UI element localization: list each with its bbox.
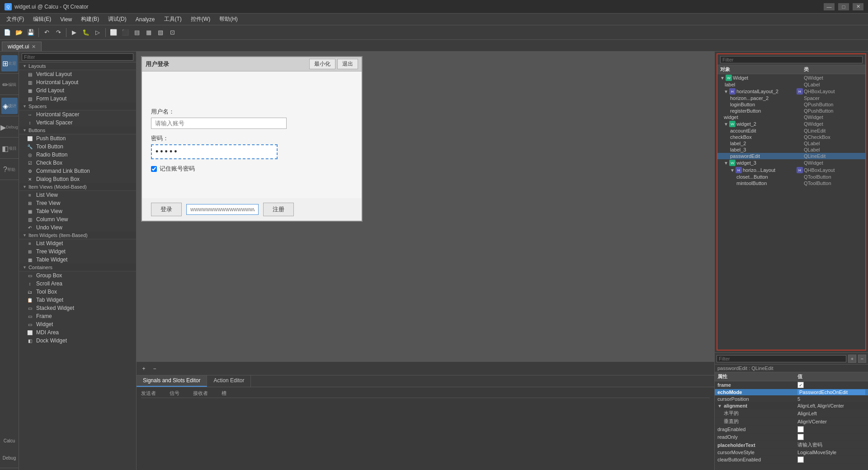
prop-row-cursor-style[interactable]: cursorMoveStyle LogicalMoveStyle [715, 449, 868, 456]
redo-btn[interactable]: ↷ [53, 27, 64, 38]
obj-row-hlayout2[interactable]: ▼ H horizontalLayout_2 H QHBoxLayout [717, 88, 865, 95]
remember-checkbox-input[interactable] [151, 166, 157, 172]
menu-view[interactable]: View [56, 15, 76, 24]
register-btn[interactable]: 注册 [263, 203, 294, 216]
item-tree-widget[interactable]: ⊞ Tree Widget [19, 247, 136, 256]
item-grid-layout[interactable]: ▦ Grid Layout [19, 86, 136, 95]
sidebar-debug[interactable]: ▶Debug [1, 119, 18, 135]
menu-edit[interactable]: 编辑(E) [28, 14, 56, 24]
obj-row-hlayout3[interactable]: ▼ H horizo...Layout H QHBoxLayout [717, 166, 865, 174]
layout-btn4[interactable]: ▦ [143, 27, 154, 38]
minimize-button[interactable]: — [824, 3, 835, 10]
item-list-widget[interactable]: ≡ List Widget [19, 239, 136, 247]
tab-widget-ui[interactable]: widget.ui ✕ [2, 42, 42, 51]
prop-remove-icon[interactable]: − [858, 355, 866, 363]
run-btn[interactable]: ▷ [92, 27, 103, 38]
debug-btn[interactable]: 🐛 [80, 27, 91, 38]
menu-controls[interactable]: 控件(W) [186, 14, 215, 24]
clear-btn-checkbox[interactable] [797, 456, 804, 463]
item-horizontal-layout[interactable]: ▥ Horizontal Layout [19, 78, 136, 86]
close-button[interactable]: ✕ [853, 3, 863, 10]
group-containers[interactable]: ▼ Containers [19, 264, 136, 271]
frame-checkbox[interactable] [797, 382, 804, 388]
item-list-view[interactable]: ≡ List View [19, 191, 136, 199]
prop-row-vert-align[interactable]: 垂直的 AlignVCenter [715, 418, 868, 426]
menu-debug[interactable]: 调试(D) [104, 14, 131, 24]
prop-row-frame[interactable]: frame [715, 381, 868, 389]
obj-row-password[interactable]: passwordEdit QLineEdit [717, 153, 865, 159]
layout-btn5[interactable]: ▧ [155, 27, 166, 38]
item-widget[interactable]: ▭ Widget [19, 320, 136, 328]
prop-row-placeholder[interactable]: placeholderText 请输入密码 [715, 441, 868, 449]
prop-row-echomode[interactable]: echoMode PasswordEchoOnEdit [715, 389, 868, 396]
sidebar-help[interactable]: ?帮助 [1, 161, 18, 178]
password-input[interactable] [151, 144, 278, 159]
canvas-area[interactable]: 用户登录 最小化 退出 用户名： 密码： [137, 52, 714, 361]
obj-row-account[interactable]: accountEdit QLineEdit [717, 128, 865, 134]
form-exit-btn[interactable]: 退出 [337, 59, 358, 69]
prop-filter-input[interactable] [717, 355, 846, 362]
remember-checkbox[interactable]: 记住账号密码 [151, 165, 353, 173]
item-vertical-layout[interactable]: ▤ Vertical Layout [19, 70, 136, 78]
obj-row-widget3[interactable]: ▼ W widget_3 QWidget [717, 159, 865, 166]
item-table-widget[interactable]: ▦ Table Widget [19, 256, 136, 264]
obj-row-checkbox[interactable]: checkBox QCheckBox [717, 134, 865, 140]
item-tool-box[interactable]: 🗂 Tool Box [19, 288, 136, 296]
new-btn[interactable]: 📄 [2, 27, 13, 38]
group-buttons[interactable]: ▼ Buttons [19, 127, 136, 134]
sidebar-welcome[interactable]: ⊞欢迎 [1, 55, 18, 71]
item-push-button[interactable]: ⬜ Push Button [19, 134, 136, 142]
item-frame[interactable]: ▭ Frame [19, 312, 136, 320]
group-item-widgets[interactable]: ▼ Item Widgets (Item-Based) [19, 232, 136, 239]
obj-row-widget[interactable]: ▼ W Widget QWidget [717, 74, 865, 81]
sidebar-project[interactable]: ◧项目 [1, 140, 18, 157]
login-btn[interactable]: 登录 [151, 203, 182, 216]
menu-analyze[interactable]: Analyze [131, 15, 160, 24]
sidebar-edit[interactable]: ✏编辑 [1, 76, 18, 93]
item-scroll-area[interactable]: ↕ Scroll Area [19, 280, 136, 288]
drag-checkbox[interactable] [797, 426, 804, 432]
item-table-view[interactable]: ▦ Table View [19, 207, 136, 215]
item-dock-widget[interactable]: ◧ Dock Widget [19, 337, 136, 345]
group-layouts[interactable]: ▼ Layouts [19, 62, 136, 70]
item-tree-view[interactable]: ⊞ Tree View [19, 199, 136, 207]
layout-btn3[interactable]: ▤ [132, 27, 142, 38]
item-mdi-area[interactable]: ⬜ MDI Area [19, 328, 136, 337]
obj-row-widget2[interactable]: ▼ W widget_2 QWidget [717, 120, 865, 128]
remove-signal-btn[interactable]: − [150, 364, 159, 373]
item-tab-widget[interactable]: 📋 Tab Widget [19, 296, 136, 304]
add-signal-btn[interactable]: + [139, 364, 148, 373]
layout-btn1[interactable]: ⬜ [108, 27, 119, 38]
sidebar-design[interactable]: ◈设计 [1, 98, 18, 114]
item-form-layout[interactable]: ▧ Form Layout [19, 95, 136, 103]
item-horiz-spacer[interactable]: ↔ Horizontal Spacer [19, 110, 136, 119]
tab-actions[interactable]: Action Editor [207, 375, 251, 387]
form-min-btn[interactable]: 最小化 [309, 59, 335, 69]
obj-row-label2[interactable]: label_2 QLabel [717, 140, 865, 147]
obj-row-min-btn[interactable]: mintoolButton QToolButton [717, 180, 865, 186]
save-btn[interactable]: 💾 [25, 27, 36, 38]
item-column-view[interactable]: ▥ Column View [19, 215, 136, 223]
prop-row-horiz-align[interactable]: 水平的 AlignLeft [715, 409, 868, 418]
sidebar-calcu[interactable]: Calcu [1, 432, 18, 449]
obj-row-close-btn[interactable]: closet...Button QToolButton [717, 174, 865, 180]
register-placeholder-input[interactable] [186, 204, 259, 215]
obj-row-widget-main[interactable]: widget QWidget [717, 114, 865, 120]
prop-row-clear-btn[interactable]: clearButtonEnabled [715, 456, 868, 464]
item-vert-spacer[interactable]: ↕ Vertical Spacer [19, 119, 136, 127]
prop-row-drag[interactable]: dragEnabled [715, 426, 868, 433]
group-item-views[interactable]: ▼ Item Views (Model-Based) [19, 183, 136, 191]
item-dialog-btn-box[interactable]: ✕ Dialog Button Box [19, 175, 136, 183]
open-btn[interactable]: 📂 [14, 27, 24, 38]
item-tool-button[interactable]: 🔧 Tool Button [19, 142, 136, 151]
prop-add-icon[interactable]: + [848, 355, 856, 363]
maximize-button[interactable]: □ [838, 3, 849, 10]
prop-row-readonly[interactable]: readOnly [715, 433, 868, 441]
menu-help[interactable]: 帮助(H) [215, 14, 242, 24]
prop-row-cursor[interactable]: cursorPosition 5 [715, 396, 868, 403]
undo-btn[interactable]: ↶ [41, 27, 52, 38]
group-spacers[interactable]: ▼ Spacers [19, 103, 136, 110]
item-command-link[interactable]: ⚙ Command Link Button [19, 167, 136, 175]
obj-row-label3[interactable]: label_3 QLabel [717, 147, 865, 153]
prop-row-alignment[interactable]: ▼ alignment AlignLeft, AlignVCenter [715, 403, 868, 409]
